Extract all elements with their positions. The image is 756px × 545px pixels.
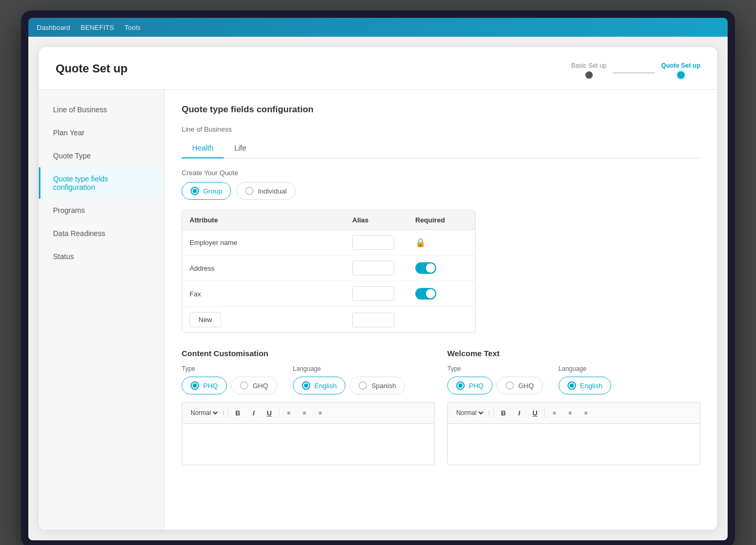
welcome-ghq-btn[interactable]: GHQ: [497, 377, 543, 394]
alias-input-employer[interactable]: [352, 235, 394, 250]
welcome-english-circle: [568, 381, 576, 390]
tab-life[interactable]: Life: [224, 138, 257, 158]
toolbar-divider: [228, 408, 228, 418]
toggle-fax[interactable]: [415, 288, 436, 300]
welcome-toolbar-handle: ⁝: [488, 410, 490, 416]
sidebar-item-data-readiness[interactable]: Data Readiness: [39, 222, 164, 245]
content-type-group: Type PHQ GHQ: [182, 365, 277, 394]
content-language-group: Language English Spanish: [293, 365, 405, 394]
radio-individual-btn[interactable]: Individual: [236, 182, 296, 200]
nav-benefits[interactable]: BENEFITS: [81, 24, 114, 31]
modal-header: Quote Set up Basic Set up Quote Set up: [39, 47, 717, 90]
welcome-language-group: Language English: [559, 365, 612, 394]
wizard-step-basic: Basic Set up: [571, 62, 606, 79]
modal-body: Line of Business Plan Year Quote Type Qu…: [39, 90, 717, 530]
main-content: Quote type fields configuration Line of …: [165, 90, 717, 530]
content-type-radio: PHQ GHQ: [182, 377, 277, 394]
content-spanish-label: Spanish: [371, 382, 396, 390]
sidebar-item-programs[interactable]: Programs: [39, 199, 164, 222]
sidebar-item-quote-type[interactable]: Quote Type: [39, 144, 164, 167]
alias-input-fax[interactable]: [352, 286, 394, 301]
lock-icon: 🔒: [415, 238, 426, 247]
type-language-row-welcome: Type PHQ GHQ: [447, 365, 700, 394]
content-ghq-btn[interactable]: GHQ: [231, 377, 277, 394]
table-header: Attribute Alias Required: [182, 211, 475, 230]
sidebar-item-quote-type-fields[interactable]: Quote type fields configuration: [39, 167, 164, 199]
align-left-btn[interactable]: ≡: [282, 407, 295, 419]
tab-health[interactable]: Health: [182, 138, 224, 158]
content-language-label: Language: [293, 365, 405, 372]
sidebar-item-status[interactable]: Status: [39, 245, 164, 268]
toggle-address[interactable]: [415, 262, 436, 274]
device-frame: Dashboard BENEFITS Tools Quote Set up Ba…: [21, 10, 735, 545]
welcome-bold-btn[interactable]: B: [497, 407, 510, 419]
wizard-step-basic-label: Basic Set up: [571, 62, 606, 69]
alias-input-address[interactable]: [352, 261, 394, 275]
table-row: New: [182, 307, 475, 333]
welcome-format-select[interactable]: Normal: [454, 409, 485, 417]
welcome-toolbar-divider2: [544, 408, 545, 418]
welcome-align-center-btn[interactable]: ≡: [564, 407, 576, 419]
cell-new-alias: [352, 313, 415, 327]
nav-dashboard[interactable]: Dashboard: [37, 24, 70, 31]
radio-group-btn[interactable]: Group: [182, 182, 231, 200]
welcome-phq-btn[interactable]: PHQ: [447, 377, 492, 394]
underline-btn[interactable]: U: [263, 407, 276, 419]
content-editor-body[interactable]: [182, 423, 435, 465]
content-customization-container: Content Customisation Type PHQ: [182, 349, 435, 465]
cell-fax-alias: [352, 286, 415, 301]
content-phq-btn[interactable]: PHQ: [182, 377, 227, 394]
wizard-connector: [613, 72, 655, 73]
table-row: Fax: [182, 281, 475, 307]
content-language-radio: English Spanish: [293, 377, 405, 394]
col-attribute: Attribute: [190, 216, 352, 224]
content-english-btn[interactable]: English: [293, 377, 346, 394]
content-phq-circle: [191, 381, 199, 390]
cell-fax-required: [415, 288, 468, 300]
italic-btn[interactable]: I: [247, 407, 260, 419]
wizard-step-quote-label: Quote Set up: [661, 62, 700, 69]
wizard-step-quote: Quote Set up: [661, 62, 700, 79]
welcome-english-btn[interactable]: English: [559, 377, 612, 394]
col-required: Required: [415, 216, 468, 224]
welcome-italic-btn[interactable]: I: [513, 407, 526, 419]
welcome-underline-btn[interactable]: U: [529, 407, 541, 419]
content-spanish-btn[interactable]: Spanish: [350, 377, 405, 394]
nav-tools[interactable]: Tools: [124, 24, 140, 31]
cell-employer-name: Employer name: [190, 239, 352, 247]
bold-btn[interactable]: B: [232, 407, 244, 419]
radio-circle-group: [191, 187, 199, 195]
welcome-english-label: English: [580, 382, 603, 390]
welcome-ghq-label: GHQ: [518, 382, 534, 390]
alias-input-new[interactable]: [352, 313, 394, 327]
align-center-btn[interactable]: ≡: [298, 407, 311, 419]
cell-new-name: New: [190, 312, 352, 327]
wizard-dot-quote: [677, 71, 685, 79]
modal-container: Quote Set up Basic Set up Quote Set up: [39, 47, 717, 530]
welcome-phq-label: PHQ: [469, 382, 484, 390]
welcome-editor-body[interactable]: [447, 423, 700, 465]
content-phq-label: PHQ: [203, 382, 218, 390]
align-right-btn[interactable]: ≡: [314, 407, 327, 419]
content-english-circle: [302, 381, 310, 390]
welcome-language-label: Language: [559, 365, 612, 372]
welcome-language-radio: English: [559, 377, 612, 394]
wizard-steps: Basic Set up Quote Set up: [571, 62, 700, 79]
sidebar-item-line-of-business[interactable]: Line of Business: [39, 98, 164, 121]
welcome-toolbar-divider: [494, 408, 494, 418]
welcome-type-radio: PHQ GHQ: [447, 377, 543, 394]
content-customization-title: Content Customisation: [182, 349, 435, 358]
type-language-row-content: Type PHQ GHQ: [182, 365, 435, 394]
new-attribute-btn[interactable]: New: [190, 312, 221, 327]
sidebar-item-plan-year[interactable]: Plan Year: [39, 121, 164, 144]
sidebar: Line of Business Plan Year Quote Type Qu…: [39, 90, 165, 530]
content-format-select[interactable]: Normal: [188, 409, 219, 417]
welcome-align-left-btn[interactable]: ≡: [548, 407, 561, 419]
section-title: Quote type fields configuration: [182, 104, 700, 115]
content-editor-toolbar: Normal ⁝ B I U ≡ ≡ ≡: [182, 402, 435, 423]
cell-employer-alias: [352, 235, 415, 250]
welcome-type-group: Type PHQ GHQ: [447, 365, 543, 394]
lob-label: Line of Business: [182, 125, 700, 133]
screen: Quote Set up Basic Set up Quote Set up: [28, 37, 728, 540]
welcome-align-right-btn[interactable]: ≡: [580, 407, 592, 419]
